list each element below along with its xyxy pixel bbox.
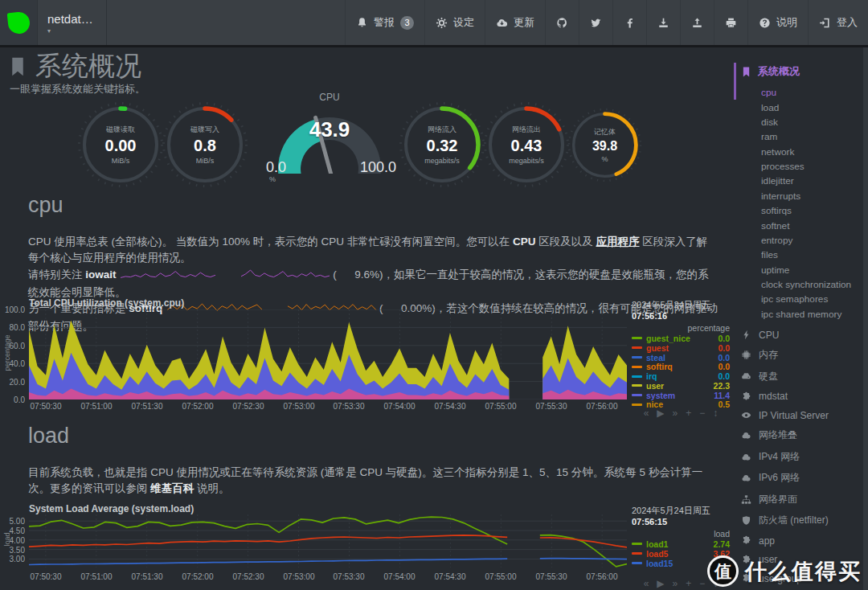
gauge-disk-write[interactable]: 磁碟写入 0.8 MiB/s [161, 100, 249, 189]
sidebar-item-softnet[interactable]: softnet [741, 218, 862, 232]
puzzle-icon [741, 391, 751, 402]
toolbox-button-2[interactable]: » [673, 408, 678, 419]
sidebar-item-硬盘[interactable]: 硬盘 [741, 370, 862, 383]
sidebar-item-label: IPv4 网络 [759, 450, 800, 464]
text: 目前系统负载，也就是指 CPU 使用情况或正在等待系统资源 (通常是 CPU 与… [28, 466, 702, 494]
eye-icon [741, 410, 751, 420]
gauge-net-in[interactable]: 网络流入 0.32 megabits/s [398, 100, 486, 189]
legend-row-guest[interactable]: guest0.0 [632, 343, 730, 353]
toolbox-button-2[interactable]: » [673, 578, 678, 589]
legend-row-user[interactable]: user22.3 [632, 381, 730, 391]
sidebar-item-softirqs[interactable]: softirqs [741, 203, 862, 218]
legend-name: steal [646, 353, 718, 363]
nav-item-twitter[interactable] [579, 0, 612, 45]
sidebar-item-disk[interactable]: disk [741, 115, 862, 129]
sidebar-item-网络界面[interactable]: 网络界面 [741, 493, 862, 506]
sidebar-item-clock-synchronization[interactable]: clock synchronization [741, 277, 862, 292]
legend-row-steal[interactable]: steal0.0 [632, 353, 730, 363]
netdata-logo[interactable] [0, 0, 38, 45]
nav-item-signin[interactable]: 登入 [808, 0, 868, 45]
nav-item-facebook[interactable] [612, 0, 646, 45]
sidebar-item-网络堆叠[interactable]: 网络堆叠 [741, 428, 862, 442]
nav-item-alarms[interactable]: 警报3 [345, 0, 424, 45]
sidebar-item-processes[interactable]: processes [741, 159, 862, 174]
cloud-icon [741, 452, 751, 462]
section-heading-cpu: cpu [28, 193, 63, 218]
plot-area[interactable] [29, 514, 627, 567]
sidebar-item-ram[interactable]: ram [741, 129, 862, 144]
wikipedia-link[interactable]: 维基百科 [150, 482, 194, 494]
sidebar-item-cpu[interactable]: cpu [741, 85, 862, 100]
page-scrollbar[interactable] [863, 47, 868, 590]
legend-name: load1 [646, 539, 714, 549]
nav-item-update[interactable]: 更新 [485, 0, 545, 45]
gauge-net-out[interactable]: 网络流出 0.43 megabits/s [482, 100, 571, 189]
toolbox-button-0[interactable]: « [644, 578, 649, 589]
sidebar: 系统概况cpuloaddiskramnetworkprocessesidleji… [741, 47, 862, 590]
x-tick-label: 07:52:30 [233, 402, 264, 411]
sidebar-item-ipc-shared-memory[interactable]: ipc shared memory [741, 307, 862, 322]
nav-label: 警报 [374, 15, 395, 30]
nav-item-print[interactable] [714, 0, 747, 45]
sidebar-item-IPv4-网络[interactable]: IPv4 网络 [741, 450, 862, 464]
applications-section-link[interactable]: 应用程序 [596, 236, 640, 248]
plot-area[interactable] [29, 309, 627, 399]
nav-item-import[interactable] [646, 0, 680, 45]
legend-value: 0.0 [718, 353, 730, 363]
x-tick-label: 07:55:00 [485, 572, 517, 581]
sidebar-item-mdstat[interactable]: mdstat [741, 391, 862, 402]
toolbox-button-3[interactable]: + [686, 578, 691, 589]
nav-label: 说明 [776, 15, 797, 30]
sidebar-item-network[interactable]: network [741, 145, 862, 159]
sidebar-item-entropy[interactable]: entropy [741, 233, 862, 248]
sidebar-section-overview[interactable]: 系统概况 [741, 64, 862, 79]
nav-item-settings[interactable]: 设定 [424, 0, 485, 45]
facebook-icon [624, 17, 636, 29]
sidebar-item-interrupts[interactable]: interrupts [741, 189, 862, 203]
cpu-section-link[interactable]: CPU [513, 236, 536, 248]
toolbox-button-5[interactable]: ↕ [713, 408, 718, 419]
sidebar-item-CPU[interactable]: CPU [741, 330, 862, 341]
legend-row-guest_nice[interactable]: guest_nice0.0 [632, 334, 730, 343]
toolbox-button-0[interactable]: « [644, 408, 649, 419]
iowait-value: ( 9.6%) [333, 268, 383, 281]
nav-item-github[interactable] [545, 0, 579, 45]
legend-name: softirq [646, 362, 718, 371]
legend-row-load1[interactable]: load12.74 [632, 539, 730, 549]
gauge-value: 0.8 [194, 137, 216, 155]
sidebar-item-load[interactable]: load [741, 100, 862, 114]
gear-icon [436, 17, 448, 29]
legend-row-system[interactable]: system11.4 [632, 391, 730, 400]
sidebar-item-idlejitter[interactable]: idlejitter [741, 174, 862, 188]
toolbox-button-1[interactable]: ▶ [657, 578, 664, 589]
gauge-ram[interactable]: 记忆体 39.8 % [567, 107, 643, 183]
toolbox-button-4[interactable]: − [699, 578, 705, 589]
x-tick-label: 07:56:00 [587, 402, 618, 411]
legend-swatch [632, 404, 642, 406]
node-selector[interactable]: netdat… ▾ [38, 0, 107, 45]
sidebar-item-防火墙-(netfilter)[interactable]: 防火墙 (netfilter) [741, 514, 862, 527]
download-icon [657, 17, 669, 29]
gauge-cpu[interactable]: CPU 43.9 0.0 100.0 % [261, 88, 398, 188]
nav-item-help[interactable]: 说明 [747, 0, 808, 45]
legend-row-softirq[interactable]: softirq0.0 [632, 362, 730, 371]
cloud-icon [741, 473, 751, 483]
toolbox-button-1[interactable]: ▶ [657, 408, 664, 419]
bookmark-icon [741, 67, 751, 77]
sidebar-item-uptime[interactable]: uptime [741, 263, 862, 277]
sidebar-item-ipc-semaphores[interactable]: ipc semaphores [741, 292, 862, 306]
sidebar-item-IP-Virtual-Server[interactable]: IP Virtual Server [741, 410, 862, 421]
legend-swatch [632, 562, 642, 564]
nav-item-export[interactable] [680, 0, 714, 45]
print-icon [725, 17, 737, 29]
legend-row-irq[interactable]: irq0.0 [632, 371, 730, 381]
toolbox-button-3[interactable]: + [686, 408, 691, 419]
sidebar-item-files[interactable]: files [741, 248, 862, 262]
toolbox-button-4[interactable]: − [699, 408, 705, 419]
sidebar-item-IPv6-网络[interactable]: IPv6 网络 [741, 471, 862, 485]
sidebar-item-app[interactable]: app [741, 535, 862, 547]
x-tick-label: 07:51:00 [81, 402, 113, 411]
legend-swatch [632, 366, 642, 368]
gauge-disk-read[interactable]: 磁碟读取 0.00 MiB/s [76, 100, 165, 189]
sidebar-item-内存[interactable]: 内存 [741, 348, 862, 362]
